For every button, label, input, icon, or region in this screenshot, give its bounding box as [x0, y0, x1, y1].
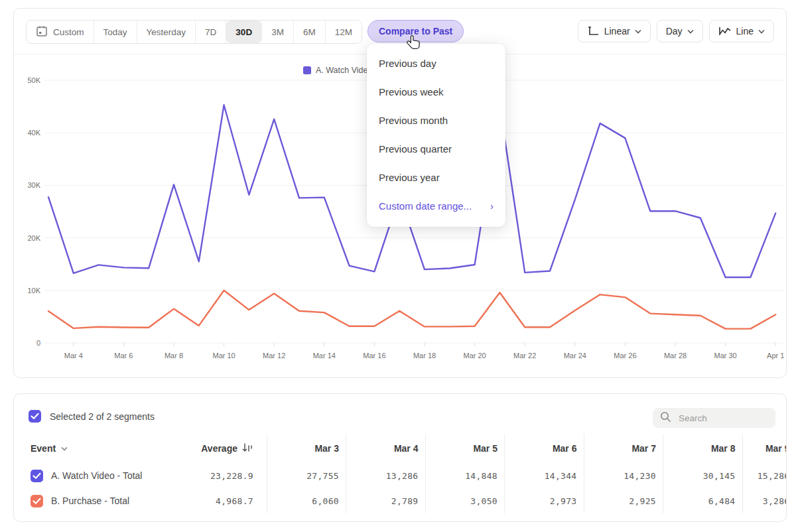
- menu-item-custom-date-range[interactable]: Custom date range...›: [367, 192, 505, 220]
- svg-text:30K: 30K: [27, 181, 40, 189]
- segment-label: B. Purchase - Total: [51, 496, 129, 506]
- cell-value: 2,973: [505, 488, 584, 513]
- legend-swatch: [303, 66, 311, 74]
- menu-item-previous-year[interactable]: Previous year: [367, 163, 505, 192]
- svg-text:Mar 20: Mar 20: [463, 352, 486, 360]
- date-column-header: Mar 7: [584, 434, 664, 463]
- analytics-page: CustomTodayYesterday7D30D3M6M12M Compare…: [0, 0, 796, 532]
- segments-table: EventAverageMar 3Mar 4Mar 5Mar 6Mar 7Mar…: [14, 434, 787, 513]
- menu-item-previous-month[interactable]: Previous month: [367, 106, 505, 135]
- svg-text:Mar 10: Mar 10: [212, 352, 235, 360]
- select-all-checkbox[interactable]: [29, 410, 41, 423]
- svg-text:40K: 40K: [27, 129, 40, 137]
- svg-text:Mar 26: Mar 26: [614, 352, 636, 360]
- average-header-label: Average: [201, 443, 237, 454]
- segments-table-card: Selected 2 of 2 segments EventAverageMar…: [13, 393, 787, 522]
- menu-item-previous-day[interactable]: Previous day: [367, 49, 505, 78]
- svg-text:Mar 22: Mar 22: [513, 352, 536, 360]
- cell-value: 14,848: [426, 463, 505, 488]
- segment-checkbox[interactable]: [31, 470, 43, 482]
- menu-item-previous-quarter[interactable]: Previous quarter: [367, 135, 505, 163]
- svg-text:Mar 6: Mar 6: [114, 352, 133, 360]
- svg-text:Mar 18: Mar 18: [413, 352, 436, 360]
- cell-value: 3,050: [426, 488, 505, 513]
- svg-text:0: 0: [36, 339, 40, 347]
- svg-text:Mar 12: Mar 12: [263, 352, 285, 360]
- svg-text:10K: 10K: [27, 287, 40, 295]
- svg-text:Mar 8: Mar 8: [165, 352, 183, 360]
- cell-value-clipped: 15,286: [743, 463, 787, 488]
- table-row[interactable]: B. Purchase - Total4,968.76,0602,7893,05…: [14, 488, 787, 513]
- search-input[interactable]: [677, 413, 766, 424]
- svg-text:50K: 50K: [27, 76, 40, 84]
- cell-value: 14,230: [584, 463, 664, 488]
- average-column-header[interactable]: Average: [191, 434, 267, 463]
- svg-text:Mar 4: Mar 4: [64, 352, 83, 360]
- date-column-header: Mar 5: [426, 434, 505, 463]
- menu-item-previous-week[interactable]: Previous week: [367, 78, 505, 106]
- svg-text:Mar 16: Mar 16: [363, 352, 385, 360]
- svg-text:Mar 28: Mar 28: [664, 352, 687, 360]
- menu-item-label: Custom date range...: [379, 200, 472, 212]
- date-column-header: Mar 6: [505, 434, 584, 463]
- sort-descending-icon: [242, 443, 253, 454]
- cell-value: 27,755: [267, 463, 346, 488]
- cell-value: 2,789: [346, 488, 426, 513]
- chevron-down-icon: [61, 446, 68, 451]
- chevron-right-icon: ›: [490, 200, 494, 212]
- date-column-header: Mar 8: [663, 434, 743, 463]
- search-box: [653, 408, 775, 428]
- average-value: 4,968.7: [191, 488, 267, 513]
- svg-text:Apr 1: Apr 1: [767, 352, 784, 360]
- svg-text:Mar 14: Mar 14: [313, 352, 336, 360]
- segments-summary-label: Selected 2 of 2 segments: [50, 411, 155, 422]
- average-value: 23,228.9: [191, 463, 267, 488]
- date-column-header: Mar 4: [346, 434, 426, 463]
- svg-text:20K: 20K: [27, 234, 40, 242]
- svg-text:Mar 24: Mar 24: [564, 352, 586, 360]
- cell-value: 30,145: [663, 463, 743, 488]
- compare-menu: Previous dayPrevious weekPrevious monthP…: [367, 44, 505, 227]
- date-column-header: Mar 3: [267, 434, 346, 463]
- svg-text:Mar 30: Mar 30: [714, 352, 736, 360]
- segment-label: A. Watch Video - Total: [51, 470, 142, 481]
- cell-value: 2,925: [584, 488, 664, 513]
- table-row[interactable]: A. Watch Video - Total23,228.927,75513,2…: [14, 463, 787, 488]
- cell-value-clipped: 3,286: [743, 488, 787, 513]
- cell-value: 14,344: [505, 463, 584, 488]
- search-icon: [660, 411, 671, 425]
- cell-value: 13,286: [346, 463, 426, 488]
- cell-value: 6,484: [663, 488, 743, 513]
- segment-checkbox[interactable]: [31, 495, 43, 507]
- segments-summary: Selected 2 of 2 segments: [29, 410, 155, 423]
- event-header-label: Event: [31, 443, 56, 454]
- table-header-row: EventAverageMar 3Mar 4Mar 5Mar 6Mar 7Mar…: [14, 434, 787, 463]
- cell-value: 6,060: [267, 488, 346, 513]
- event-column-header[interactable]: Event: [31, 443, 68, 454]
- date-column-header-clipped: Mar 9: [743, 434, 787, 463]
